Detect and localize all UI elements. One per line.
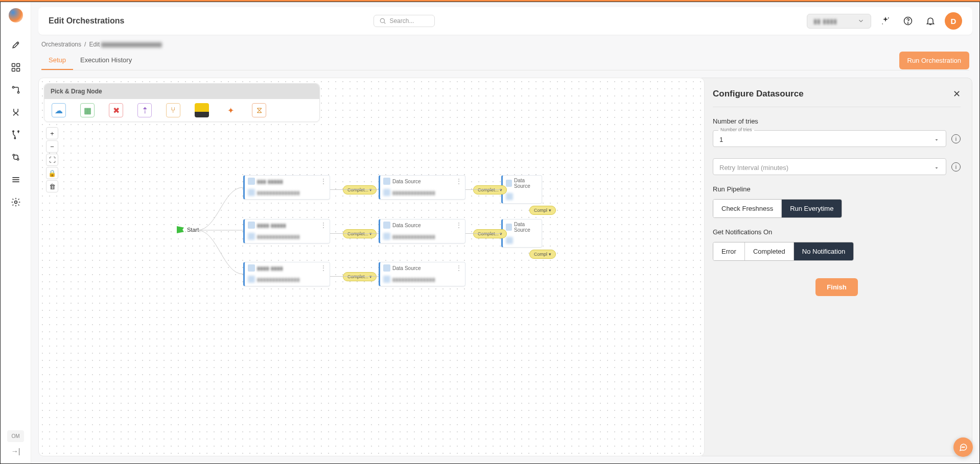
zoom-out-button[interactable]: − [46, 140, 58, 153]
flow-node[interactable]: ▮▮▮▮ ▮▮▮▮▮⋮ ▮▮▮▮▮▮▮▮▮▮▮▮▮▮ [243, 219, 330, 243]
svg-point-15 [381, 18, 385, 22]
config-panel: Configure Datasource ✕ Number of tries N… [702, 78, 972, 456]
info-icon[interactable]: i [951, 134, 961, 143]
edge-status-pill[interactable]: Complet... ▾ [343, 229, 377, 238]
flow-canvas[interactable]: Pick & Drag Node ☁ ▦ ✖ ⇡ ⑂ ✦ ⧖ + − [38, 78, 705, 456]
flow-node[interactable]: Data Source⋮ ▮▮▮▮▮▮▮▮▮▮▮▮▮▮ [379, 262, 465, 286]
edge-status-pill[interactable]: Complet... ▾ [343, 185, 377, 194]
run-pipeline-label: Run Pipeline [713, 185, 961, 193]
start-node[interactable]: Start [177, 226, 199, 233]
flow-node[interactable]: Data Source⋮ ▮▮▮▮▮▮▮▮▮▮▮▮▮▮ [379, 175, 465, 200]
nav-compare-icon[interactable] [6, 147, 26, 167]
run-everytime-button[interactable]: Run Everytime [782, 200, 842, 217]
svg-point-5 [17, 91, 19, 93]
page-title: Edit Orchestrations [49, 16, 124, 26]
breadcrumb-current: Edit ▮▮▮▮▮▮▮▮▮▮▮▮▮▮▮▮▮ [89, 41, 162, 48]
flow-node[interactable]: Data Source⋮ ▮▮▮▮▮▮▮▮▮▮▮▮▮▮ [379, 219, 465, 243]
palette-upload-icon[interactable]: ⇡ [137, 103, 152, 117]
palette-powerbi-icon[interactable] [195, 103, 209, 117]
app-logo[interactable] [9, 8, 23, 22]
run-freshness-button[interactable]: Check Freshness [713, 200, 782, 217]
svg-point-22 [963, 447, 963, 447]
lock-button[interactable]: 🔒 [46, 167, 58, 179]
edge-curve [197, 180, 246, 282]
close-icon[interactable]: ✕ [953, 88, 961, 100]
palette-timer-icon[interactable]: ⧖ [252, 103, 266, 117]
node-menu-icon[interactable]: ⋮ [320, 265, 326, 271]
sidebar: OM →| [1, 2, 31, 463]
avatar[interactable]: D [945, 12, 962, 30]
nav-flow-icon[interactable] [6, 80, 26, 100]
environment-select[interactable]: ▮▮ ▮▮▮▮ [807, 14, 871, 29]
notify-label: Get Notifications On [713, 228, 961, 236]
notify-toggle: Error Completed No Notification [713, 242, 854, 261]
flow-node[interactable]: Data Source [501, 219, 542, 248]
edge-status-pill[interactable]: Complet... ▾ [343, 272, 377, 281]
palette-tableau-icon[interactable]: ✦ [223, 103, 238, 117]
notify-completed-button[interactable]: Completed [745, 242, 794, 260]
svg-rect-3 [16, 68, 19, 71]
tab-history[interactable]: Execution History [73, 51, 139, 70]
sidebar-collapse-icon[interactable]: →| [11, 447, 20, 455]
node-menu-icon[interactable]: ⋮ [320, 178, 326, 184]
retry-interval-select[interactable]: Retry Interval (minutes) [713, 158, 946, 175]
svg-rect-1 [16, 64, 19, 67]
svg-point-23 [964, 447, 965, 447]
svg-rect-0 [12, 64, 15, 67]
palette-sql-icon[interactable]: ▦ [80, 103, 95, 117]
edge-status-pill[interactable]: Compl ▾ [529, 250, 556, 259]
delete-button[interactable]: 🗑 [46, 180, 58, 192]
notify-error-button[interactable]: Error [713, 242, 745, 260]
edge-status-pill[interactable]: Complet... ▾ [473, 185, 507, 194]
notify-none-button[interactable]: No Notification [794, 242, 854, 260]
nav-branch-icon[interactable] [6, 125, 26, 145]
search-icon [379, 17, 386, 25]
caret-down-icon [934, 137, 940, 143]
svg-rect-2 [12, 68, 15, 71]
tab-setup[interactable]: Setup [41, 51, 73, 70]
sidebar-om-badge[interactable]: OM [7, 430, 24, 442]
svg-point-9 [13, 154, 14, 156]
svg-point-21 [962, 447, 962, 447]
nav-rocket-icon[interactable] [6, 35, 26, 55]
node-menu-icon[interactable]: ⋮ [456, 265, 462, 271]
svg-point-10 [17, 159, 18, 160]
breadcrumb: Orchestrations / Edit ▮▮▮▮▮▮▮▮▮▮▮▮▮▮▮▮▮ [41, 41, 969, 48]
svg-point-4 [12, 86, 14, 88]
palette-cloud-icon[interactable]: ☁ [52, 103, 66, 117]
breadcrumb-root[interactable]: Orchestrations [41, 41, 81, 48]
nav-grid-icon[interactable] [6, 57, 26, 78]
nav-settings-icon[interactable] [6, 192, 26, 212]
flow-node[interactable]: ▮▮▮▮ ▮▮▮▮⋮ ▮▮▮▮▮▮▮▮▮▮▮▮▮▮ [243, 262, 330, 286]
search-input[interactable]: Search... [374, 15, 435, 27]
flow-node[interactable]: Data Source [501, 175, 542, 204]
svg-point-17 [888, 17, 889, 18]
node-menu-icon[interactable]: ⋮ [320, 222, 326, 228]
sparkle-icon[interactable] [877, 13, 894, 29]
nav-list-icon[interactable] [6, 169, 26, 190]
fit-screen-button[interactable]: ⛶ [46, 154, 58, 166]
palette-branch-icon[interactable]: ⑂ [166, 103, 180, 117]
nav-transform-icon[interactable] [6, 102, 26, 123]
finish-button[interactable]: Finish [815, 278, 857, 296]
canvas-controls: + − ⛶ 🔒 🗑 [46, 127, 58, 192]
edge-status-pill[interactable]: Compl ▾ [529, 206, 556, 215]
palette-close-icon[interactable]: ✖ [109, 103, 123, 117]
caret-down-icon [934, 165, 940, 171]
tries-select[interactable]: Number of tries 1 [713, 130, 946, 147]
zoom-in-button[interactable]: + [46, 127, 58, 139]
info-icon[interactable]: i [951, 162, 961, 172]
svg-point-20 [907, 23, 908, 23]
flag-icon [177, 226, 184, 233]
run-orchestration-button[interactable]: Run Orchestration [899, 52, 970, 69]
svg-line-16 [384, 22, 386, 24]
chat-bubble-icon[interactable] [953, 437, 973, 457]
node-menu-icon[interactable]: ⋮ [456, 178, 462, 184]
node-menu-icon[interactable]: ⋮ [456, 222, 462, 228]
bell-icon[interactable] [922, 13, 939, 29]
edge-status-pill[interactable]: Complet... ▾ [473, 229, 507, 238]
header: Edit Orchestrations Search... ▮▮ ▮▮▮▮ D [38, 7, 972, 35]
flow-node[interactable]: ▮▮▮ ▮▮▮▮▮⋮ ▮▮▮▮▮▮▮▮▮▮▮▮▮▮ [243, 175, 330, 200]
config-title: Configure Datasource [713, 89, 804, 99]
help-icon[interactable] [900, 13, 916, 29]
